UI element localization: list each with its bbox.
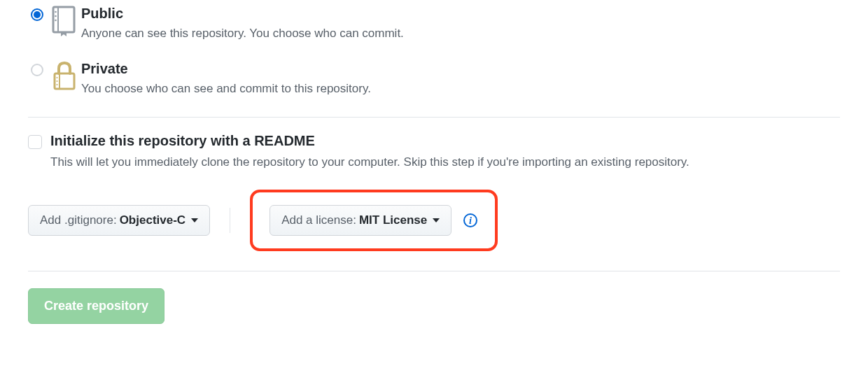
readme-row: Initialize this repository with a README… xyxy=(28,133,840,171)
radio-wrap xyxy=(28,61,46,76)
private-title: Private xyxy=(81,61,840,77)
svg-text:i: i xyxy=(469,215,472,226)
public-desc: Anyone can see this repository. You choo… xyxy=(81,24,840,43)
repo-icon xyxy=(46,6,81,36)
readme-desc: This will let you immediately clone the … xyxy=(50,153,840,171)
visibility-option-private[interactable]: Private You choose who can see and commi… xyxy=(28,55,840,111)
svg-rect-0 xyxy=(53,7,74,32)
svg-point-4 xyxy=(55,20,57,22)
license-value: MIT License xyxy=(359,213,427,228)
svg-point-7 xyxy=(56,76,57,78)
radio-private[interactable] xyxy=(31,64,43,76)
gitignore-dropdown[interactable]: Add .gitignore: Objective-C xyxy=(28,205,210,236)
option-text: Private You choose who can see and commi… xyxy=(81,61,840,98)
svg-point-9 xyxy=(56,83,57,85)
chevron-down-icon xyxy=(191,218,198,222)
license-highlight-box: Add a license: MIT License i xyxy=(250,190,498,251)
svg-point-3 xyxy=(55,15,57,17)
gitignore-label: Add .gitignore: xyxy=(40,213,117,228)
divider xyxy=(28,117,840,118)
svg-point-8 xyxy=(56,80,57,81)
readme-title: Initialize this repository with a README xyxy=(50,133,840,149)
license-dropdown[interactable]: Add a license: MIT License xyxy=(270,205,451,236)
radio-public[interactable] xyxy=(31,8,43,21)
public-title: Public xyxy=(81,6,840,22)
info-icon[interactable]: i xyxy=(463,213,478,228)
divider xyxy=(28,271,840,271)
gitignore-value: Objective-C xyxy=(120,213,186,228)
readme-checkbox[interactable] xyxy=(28,135,42,149)
create-repository-button[interactable]: Create repository xyxy=(28,288,164,324)
private-desc: You choose who can see and commit to thi… xyxy=(81,80,840,98)
chevron-down-icon xyxy=(433,218,440,222)
visibility-option-public[interactable]: Public Anyone can see this repository. Y… xyxy=(28,0,840,55)
option-text: Public Anyone can see this repository. Y… xyxy=(81,6,840,43)
lock-icon xyxy=(46,61,81,92)
readme-text: Initialize this repository with a README… xyxy=(50,133,840,171)
license-label: Add a license: xyxy=(281,213,356,228)
dropdown-row: Add .gitignore: Objective-C Add a licens… xyxy=(28,190,840,251)
svg-point-2 xyxy=(55,11,57,13)
vertical-separator xyxy=(230,208,230,233)
radio-wrap xyxy=(28,6,46,21)
